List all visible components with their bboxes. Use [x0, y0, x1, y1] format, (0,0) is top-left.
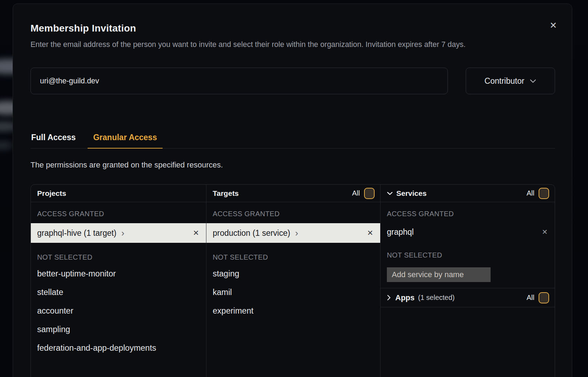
apps-all-label: All	[527, 294, 534, 302]
role-dropdown[interactable]: Contributor	[466, 68, 555, 94]
chevron-right-icon: ›	[295, 228, 298, 238]
page-title: Membership Invitation	[30, 23, 555, 34]
selected-target-row[interactable]: production (1 service) › ✕	[206, 223, 380, 243]
targets-column-title: Targets	[213, 189, 239, 198]
projects-not-selected-list: better-uptime-monitorstellateaccountersa…	[31, 265, 206, 357]
apps-all-checkbox[interactable]	[539, 292, 549, 303]
add-service-input[interactable]	[387, 267, 491, 282]
selected-service-row: graphql ✕	[381, 223, 555, 241]
chevron-down-icon	[387, 192, 393, 195]
selected-project-row[interactable]: graphql-hive (1 target) › ✕	[31, 223, 206, 243]
projects-column-header: Projects	[31, 185, 206, 202]
access-granted-label: ACCESS GRANTED	[37, 210, 200, 218]
project-list-item[interactable]: sampling	[31, 320, 206, 339]
services-column: Services All ACCESS GRANTED graphql ✕ NO…	[380, 185, 555, 377]
background-blur-artifact	[0, 141, 13, 150]
projects-column: Projects ACCESS GRANTED graphql-hive (1 …	[31, 185, 206, 377]
targets-all-checkbox[interactable]	[364, 188, 375, 199]
not-selected-label: NOT SELECTED	[387, 251, 548, 259]
chevron-right-icon	[387, 295, 391, 301]
selected-service-label: graphql	[387, 227, 414, 237]
invite-form-row: Contributor	[30, 68, 555, 94]
targets-column: Targets All ACCESS GRANTED production (1…	[206, 185, 380, 377]
project-list-item[interactable]: accounter	[31, 302, 206, 320]
close-icon[interactable]: ✕	[547, 19, 559, 31]
resource-permission-table: Projects ACCESS GRANTED graphql-hive (1 …	[30, 184, 555, 377]
project-list-item[interactable]: stellate	[31, 283, 206, 302]
target-list-item[interactable]: staging	[206, 265, 380, 283]
access-tabs: Full Access Granular Access	[30, 133, 555, 149]
project-list-item[interactable]: federation-and-app-deployments	[31, 339, 206, 357]
apps-section-row[interactable]: Apps (1 selected) All	[381, 288, 555, 307]
remove-project-icon[interactable]: ✕	[193, 229, 199, 237]
chevron-down-icon	[530, 79, 536, 83]
permissions-note: The permissions are granted on the speci…	[30, 160, 555, 170]
targets-column-header: Targets All	[206, 185, 380, 202]
apps-selected-count: (1 selected)	[418, 294, 455, 302]
remove-target-icon[interactable]: ✕	[367, 229, 373, 237]
selected-target-label: production (1 service)	[213, 228, 290, 238]
target-list-item[interactable]: experiment	[206, 302, 380, 320]
membership-invitation-modal: ✕ Membership Invitation Enter the email …	[13, 4, 572, 377]
tab-granular-access[interactable]: Granular Access	[88, 133, 163, 148]
selected-project-label: graphql-hive (1 target)	[37, 228, 116, 238]
project-list-item[interactable]: better-uptime-monitor	[31, 265, 206, 283]
tab-full-access[interactable]: Full Access	[30, 133, 76, 148]
projects-column-title: Projects	[37, 189, 66, 198]
access-granted-label: ACCESS GRANTED	[387, 210, 548, 218]
target-list-item[interactable]: kamil	[206, 283, 380, 302]
not-selected-label: NOT SELECTED	[213, 253, 374, 261]
not-selected-label: NOT SELECTED	[37, 253, 200, 261]
remove-service-icon[interactable]: ✕	[542, 228, 548, 236]
services-column-title: Services	[396, 189, 426, 198]
services-column-header[interactable]: Services All	[381, 185, 555, 202]
email-field[interactable]	[30, 68, 448, 94]
chevron-right-icon: ›	[121, 228, 124, 238]
apps-label: Apps	[395, 293, 415, 302]
modal-description: Enter the email address of the person yo…	[30, 38, 532, 51]
services-all-checkbox[interactable]	[539, 188, 549, 199]
access-granted-label: ACCESS GRANTED	[213, 210, 374, 218]
targets-all-label: All	[352, 189, 360, 197]
services-all-label: All	[527, 189, 534, 197]
role-dropdown-value: Contributor	[485, 76, 525, 86]
targets-not-selected-list: stagingkamilexperiment	[206, 265, 380, 320]
